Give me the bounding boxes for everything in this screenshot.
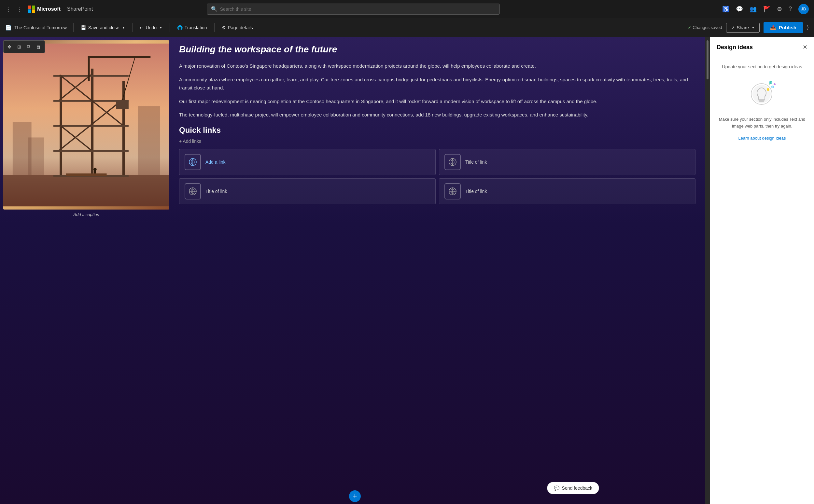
- share-dropdown-arrow[interactable]: ▼: [752, 26, 755, 29]
- svg-rect-19: [116, 100, 128, 109]
- undo-dropdown-arrow[interactable]: ▼: [159, 26, 162, 29]
- svg-rect-25: [28, 137, 44, 175]
- feedback-icon: 💬: [554, 485, 559, 491]
- flag-icon[interactable]: 🚩: [763, 6, 770, 13]
- save-close-label: Save and close: [88, 25, 119, 30]
- svg-rect-41: [759, 101, 764, 102]
- svg-point-44: [774, 83, 776, 85]
- apps-icon[interactable]: ⋮⋮⋮: [5, 6, 23, 13]
- link-item-2[interactable]: Title of link: [439, 149, 696, 175]
- design-ideas-panel: Design ideas ✕ Update your section to ge…: [710, 37, 814, 504]
- svg-rect-40: [758, 99, 765, 101]
- image-caption[interactable]: Add a caption: [3, 212, 169, 217]
- article-para-2: A community plaza where employees can ga…: [179, 75, 696, 92]
- layout-section-btn[interactable]: ⊞: [15, 42, 24, 51]
- collapse-icon[interactable]: ⟩: [807, 24, 809, 31]
- search-input[interactable]: [220, 7, 496, 12]
- left-panel: Add a caption: [0, 37, 172, 504]
- add-links[interactable]: + Add links: [179, 139, 696, 144]
- send-feedback-button[interactable]: 💬 Send feedback: [547, 482, 599, 494]
- sharepoint-text: SharePoint: [67, 6, 93, 12]
- svg-rect-8: [53, 150, 129, 152]
- link-text-1: Add a link: [205, 159, 225, 165]
- copy-section-btn[interactable]: ⧉: [24, 42, 33, 51]
- design-ideas-header: Design ideas ✕: [710, 37, 814, 56]
- svg-rect-16: [88, 56, 150, 58]
- save-dropdown-arrow[interactable]: ▼: [122, 26, 125, 29]
- page-name: The Contoso of Tomorrow: [14, 25, 67, 30]
- translation-btn[interactable]: 🌐 Translation: [174, 23, 210, 32]
- chat-icon[interactable]: 💬: [736, 6, 743, 13]
- save-icon: 💾: [81, 25, 86, 30]
- link-text-3: Title of link: [205, 189, 227, 194]
- changes-saved: ✓ Changes saved: [688, 25, 722, 30]
- changes-saved-label: Changes saved: [693, 25, 722, 30]
- svg-rect-1: [3, 175, 169, 206]
- toolbar-divider-4: [214, 23, 214, 32]
- page-details-label: Page details: [228, 25, 253, 30]
- translation-icon: 🌐: [177, 25, 183, 30]
- link-item-4[interactable]: Title of link: [439, 178, 696, 204]
- share-icon: ↗: [731, 25, 735, 30]
- page-icon: 📄: [5, 24, 12, 31]
- undo-label: Undo: [145, 25, 156, 30]
- toolbar-divider-3: [170, 23, 170, 32]
- quick-links-section: Quick links + Add links: [179, 126, 696, 204]
- svg-rect-24: [138, 106, 160, 175]
- undo-icon: ↩: [140, 25, 144, 30]
- send-feedback-label: Send feedback: [562, 485, 592, 491]
- link-item-3[interactable]: Title of link: [179, 178, 436, 204]
- svg-rect-22: [66, 173, 106, 176]
- translation-label: Translation: [185, 25, 207, 30]
- accessibility-icon[interactable]: ♿: [722, 6, 729, 13]
- design-ideas-title: Design ideas: [717, 44, 753, 51]
- add-links-label: + Add links: [179, 139, 201, 144]
- article-para-4: The technology-fueled, multiphase projec…: [179, 111, 696, 119]
- scroll-thumb[interactable]: [707, 40, 709, 79]
- links-grid: Add a link: [179, 149, 696, 204]
- design-ideas-subtitle: Update your section to get design ideas: [717, 64, 807, 69]
- link-icon-1: [185, 154, 201, 170]
- page-details-btn[interactable]: ⚙ Page details: [218, 23, 256, 32]
- design-ideas-link[interactable]: Learn about design ideas: [738, 136, 786, 141]
- toolbar-right: ✓ Changes saved ↗ Share ▼ 📤 Publish ⟩: [688, 22, 809, 33]
- link-text-4: Title of link: [465, 189, 487, 194]
- search-icon: 🔍: [211, 6, 217, 12]
- page-details-icon: ⚙: [222, 25, 226, 30]
- settings-icon[interactable]: ⚙: [777, 6, 782, 13]
- close-design-ideas-button[interactable]: ✕: [803, 44, 807, 51]
- svg-point-42: [769, 81, 772, 84]
- link-item-1[interactable]: Add a link: [179, 149, 436, 175]
- toolbar: 📄 The Contoso of Tomorrow 💾 Save and clo…: [0, 18, 814, 37]
- main-area: ✥ ⊞ ⧉ 🗑: [0, 37, 814, 504]
- share-label: Share: [737, 25, 749, 30]
- save-close-btn[interactable]: 💾 Save and close ▼: [77, 23, 129, 32]
- delete-section-btn[interactable]: 🗑: [34, 42, 43, 51]
- undo-btn[interactable]: ↩ Undo ▼: [136, 23, 165, 32]
- link-icon-4: [445, 183, 461, 199]
- top-nav: ⋮⋮⋮ Microsoft SharePoint 🔍 ♿ 💬 👥 🚩 ⚙ ? J…: [0, 0, 814, 18]
- user-avatar[interactable]: JD: [798, 4, 809, 14]
- link-icon-3: [185, 183, 201, 199]
- link-text-2: Title of link: [465, 159, 487, 165]
- scroll-track[interactable]: [705, 37, 710, 504]
- help-icon[interactable]: ?: [789, 6, 792, 12]
- design-ideas-illustration: [746, 77, 779, 110]
- toolbar-divider-1: [73, 23, 74, 32]
- check-icon: ✓: [688, 25, 691, 30]
- svg-rect-3: [91, 69, 93, 175]
- add-section-button[interactable]: +: [349, 490, 361, 502]
- microsoft-logo[interactable]: Microsoft: [28, 6, 61, 13]
- share-button[interactable]: ↗ Share ▼: [726, 23, 760, 33]
- ms-text: Microsoft: [37, 6, 61, 12]
- toolbar-divider-2: [132, 23, 132, 32]
- publish-label: Publish: [779, 25, 796, 30]
- contacts-icon[interactable]: 👥: [750, 6, 757, 13]
- section-edit-toolbar: ✥ ⊞ ⧉ 🗑: [3, 40, 45, 53]
- move-section-btn[interactable]: ✥: [5, 42, 14, 51]
- publish-button[interactable]: 📤 Publish: [764, 22, 803, 33]
- svg-rect-17: [88, 56, 90, 81]
- search-bar[interactable]: 🔍: [207, 4, 500, 15]
- svg-point-21: [93, 168, 97, 171]
- svg-point-45: [767, 88, 769, 91]
